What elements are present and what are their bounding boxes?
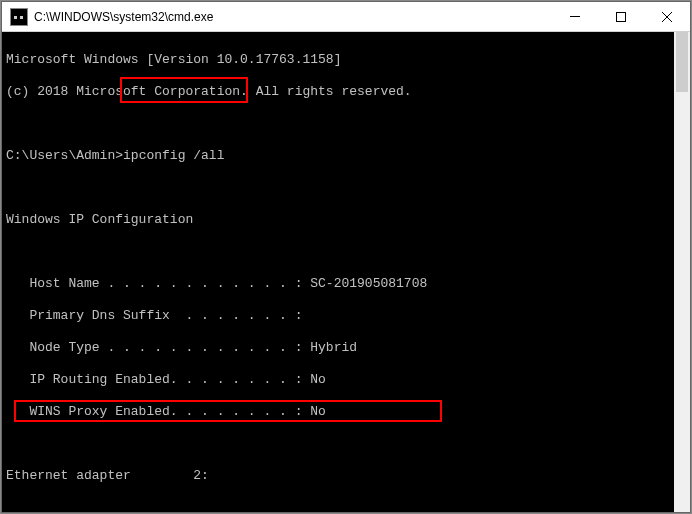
prompt-line: C:\Users\Admin>ipconfig /all — [6, 148, 690, 164]
vertical-scrollbar[interactable] — [674, 32, 690, 512]
primary-dns-line: Primary Dns Suffix . . . . . . . : — [6, 308, 690, 324]
terminal-output[interactable]: Microsoft Windows [Version 10.0.17763.11… — [2, 32, 690, 512]
section-title: Windows IP Configuration — [6, 212, 690, 228]
ip-routing-line: IP Routing Enabled. . . . . . . . : No — [6, 372, 690, 388]
typed-command: ipconfig /all — [123, 148, 224, 163]
blank-line — [6, 500, 690, 512]
prompt: C:\Users\Admin> — [6, 148, 123, 163]
copyright-line: (c) 2018 Microsoft Corporation. All righ… — [6, 84, 690, 100]
wins-proxy-line: WINS Proxy Enabled. . . . . . . . : No — [6, 404, 690, 420]
minimize-button[interactable] — [552, 2, 598, 31]
node-type-line: Node Type . . . . . . . . . . . . : Hybr… — [6, 340, 690, 356]
blank-line — [6, 436, 690, 452]
close-button[interactable] — [644, 2, 690, 31]
titlebar[interactable]: C:\WINDOWS\system32\cmd.exe — [2, 2, 690, 32]
scrollbar-track[interactable] — [674, 32, 690, 512]
window-title: C:\WINDOWS\system32\cmd.exe — [34, 10, 552, 24]
host-name-line: Host Name . . . . . . . . . . . . : SC-2… — [6, 276, 690, 292]
blank-line — [6, 244, 690, 260]
scrollbar-thumb[interactable] — [676, 32, 688, 92]
adapter-header: Ethernet adapter 2: — [6, 468, 690, 484]
cmd-icon — [10, 8, 28, 26]
window-controls — [552, 2, 690, 31]
svg-rect-1 — [617, 12, 626, 21]
cmd-window: C:\WINDOWS\system32\cmd.exe Microsoft Wi… — [1, 1, 691, 513]
banner-line: Microsoft Windows [Version 10.0.17763.11… — [6, 52, 690, 68]
blank-line — [6, 180, 690, 196]
svg-rect-0 — [570, 16, 580, 17]
maximize-button[interactable] — [598, 2, 644, 31]
blank-line — [6, 116, 690, 132]
